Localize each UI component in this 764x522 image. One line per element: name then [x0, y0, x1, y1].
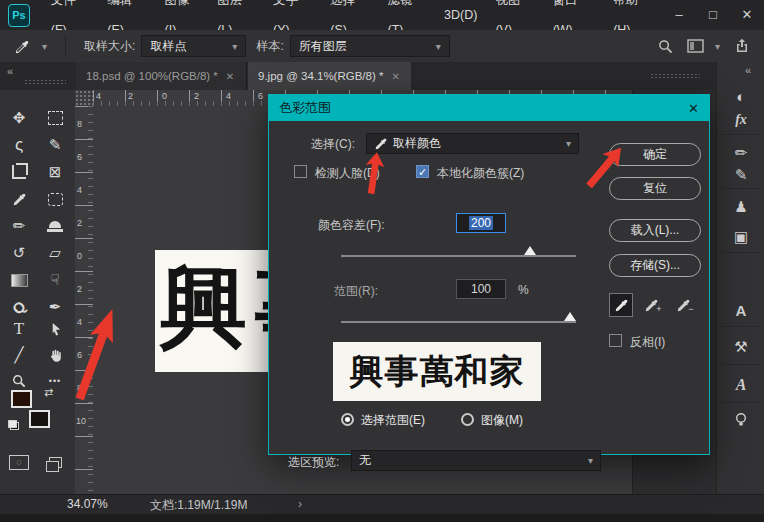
subtract-sample-eyedropper-button[interactable]: − — [673, 293, 697, 317]
gradient-tool[interactable] — [4, 268, 34, 292]
eraser-tool[interactable]: ▱ — [40, 241, 70, 265]
brush-settings-icon[interactable]: ✏ — [717, 144, 764, 162]
ps-logo[interactable]: Ps — [8, 4, 30, 27]
load-button[interactable]: 载入(L)... — [609, 219, 701, 242]
active-tool-eyedropper[interactable]: ▾ — [0, 39, 57, 54]
history-brush-tool[interactable]: ↺ — [4, 241, 34, 265]
fuzziness-slider-thumb[interactable] — [524, 246, 536, 255]
brushes-icon[interactable]: ✎ — [717, 166, 764, 184]
learn-icon[interactable] — [717, 412, 764, 429]
eyedropper-tool[interactable] — [4, 187, 34, 211]
range-slider-thumb[interactable] — [564, 312, 576, 321]
dialog-title-bar[interactable]: 色彩范围 ✕ — [269, 95, 709, 121]
close-tab-icon[interactable]: ✕ — [391, 71, 399, 82]
pen-tool[interactable]: ✒ — [40, 295, 70, 319]
ruler-number: 0 — [162, 91, 167, 101]
hand-tool[interactable] — [40, 343, 70, 367]
panel-grip[interactable] — [650, 73, 700, 79]
brush-tool[interactable]: ✏ — [4, 214, 34, 238]
foreground-color-swatch[interactable] — [11, 390, 32, 408]
sample-dropdown[interactable]: 所有图层 ▾ — [290, 35, 450, 57]
quick-selection-icon: ✎ — [49, 136, 62, 154]
chevron-down-icon: ▾ — [224, 41, 237, 52]
toolbar-grip[interactable] — [24, 79, 66, 85]
tab-9jpg[interactable]: 9.jpg @ 34.1%(RGB/8) * ✕ — [248, 62, 411, 90]
styles-icon[interactable]: fx — [717, 112, 764, 128]
range-value: 100 — [471, 282, 491, 296]
options-bar-right: ▾ — [658, 38, 764, 54]
line-tool[interactable]: ╱ — [4, 343, 34, 367]
collapse-toolbar-icon[interactable]: « — [7, 65, 11, 77]
image-radio[interactable] — [461, 413, 474, 426]
clone-stamp-tool[interactable] — [40, 214, 70, 238]
selection-radio[interactable] — [341, 413, 354, 426]
detect-faces-checkbox[interactable] — [294, 165, 307, 178]
invert-checkbox[interactable] — [609, 334, 622, 347]
detect-faces-label: 检测人脸(D) — [315, 165, 380, 182]
patch-tool[interactable] — [40, 187, 70, 211]
fuzziness-slider[interactable] — [341, 255, 576, 257]
dodge-tool[interactable]: Q — [4, 295, 34, 319]
collapse-panels-icon[interactable]: « — [745, 64, 749, 76]
lasso-tool[interactable]: ς — [4, 133, 34, 157]
share-icon[interactable] — [734, 38, 750, 54]
minimize-button[interactable]: – — [662, 0, 696, 30]
close-window-button[interactable]: ✕ — [730, 0, 764, 30]
sample-value: 所有图层 — [299, 38, 347, 55]
ruler-number: 6 — [77, 152, 82, 162]
range-slider[interactable] — [341, 321, 576, 323]
document-image[interactable]: 興事 — [155, 250, 268, 372]
clone-source-icon[interactable]: ♟ — [717, 198, 764, 216]
status-chevron-icon[interactable]: › — [298, 497, 302, 511]
range-unit: % — [518, 283, 529, 297]
preview-calligraphy-text: 興事萬和家 — [350, 349, 525, 395]
add-sample-eyedropper-button[interactable]: + — [641, 293, 665, 317]
tool-presets-icon[interactable]: ⚒ — [717, 338, 764, 356]
marquee-tool[interactable] — [40, 106, 70, 130]
selection-preview-thumbnail[interactable]: 興事萬和家 — [333, 342, 541, 401]
default-colors-icon[interactable] — [10, 422, 19, 430]
crop-tool[interactable] — [4, 160, 34, 184]
reset-button[interactable]: 复位 — [609, 177, 701, 200]
smudge-tool[interactable]: ☟ — [40, 268, 70, 292]
quick-mask-button[interactable]: ◌ — [4, 450, 34, 474]
ruler-number: 6 — [258, 91, 263, 101]
type-tool[interactable]: T — [4, 317, 34, 341]
glyphs-panel-icon[interactable]: A — [717, 376, 764, 394]
adjustments-icon[interactable]: ◐ — [717, 88, 764, 105]
range-input[interactable]: 100 — [456, 279, 506, 299]
close-tab-icon[interactable]: ✕ — [226, 71, 234, 82]
sample-size-dropdown[interactable]: 取样点 ▾ — [141, 35, 246, 57]
quick-selection-tool[interactable]: ✎ — [40, 133, 70, 157]
close-dialog-icon[interactable]: ✕ — [688, 101, 699, 116]
crop-icon — [12, 165, 26, 179]
fuzziness-input[interactable]: 200 — [456, 213, 506, 233]
workspace-icon[interactable]: ▾ — [687, 39, 720, 53]
selection-preview-dropdown[interactable]: 无 ▾ — [351, 450, 601, 471]
ok-button[interactable]: 确定 — [609, 143, 701, 166]
search-icon[interactable] — [658, 39, 673, 54]
move-tool[interactable]: ✥ — [4, 106, 34, 130]
shapes-icon[interactable]: ▣ — [717, 228, 764, 246]
load-label: 载入(L)... — [631, 222, 680, 239]
dodge-icon: Q — [9, 297, 29, 317]
tab-18psd[interactable]: 18.psd @ 100%(RGB/8) * ✕ — [76, 62, 247, 90]
eyedropper-icon — [374, 137, 387, 150]
background-color-swatch[interactable] — [29, 410, 50, 428]
patch-icon — [48, 193, 63, 206]
maximize-button[interactable]: □ — [696, 0, 730, 30]
zoom-icon — [12, 374, 26, 388]
chevron-down-icon: ▾ — [558, 138, 571, 149]
localized-clusters-checkbox[interactable]: ✓ — [416, 165, 429, 178]
select-dropdown[interactable]: 取样颜色 ▾ — [366, 133, 579, 154]
save-button[interactable]: 存储(S)... — [609, 254, 701, 277]
path-select-tool[interactable] — [40, 317, 70, 341]
zoom-level-field[interactable]: 34.07% — [67, 497, 108, 511]
sample-eyedropper-button[interactable] — [609, 293, 633, 317]
frame-tool[interactable]: ⊠ — [40, 160, 70, 184]
screen-mode-button[interactable] — [40, 450, 70, 474]
swap-colors-icon[interactable]: ⇄ — [44, 386, 53, 399]
character-panel-icon[interactable]: A — [717, 302, 764, 319]
screen-mode-icon — [49, 457, 62, 468]
menu-3d[interactable]: 3D(D) — [435, 0, 486, 30]
